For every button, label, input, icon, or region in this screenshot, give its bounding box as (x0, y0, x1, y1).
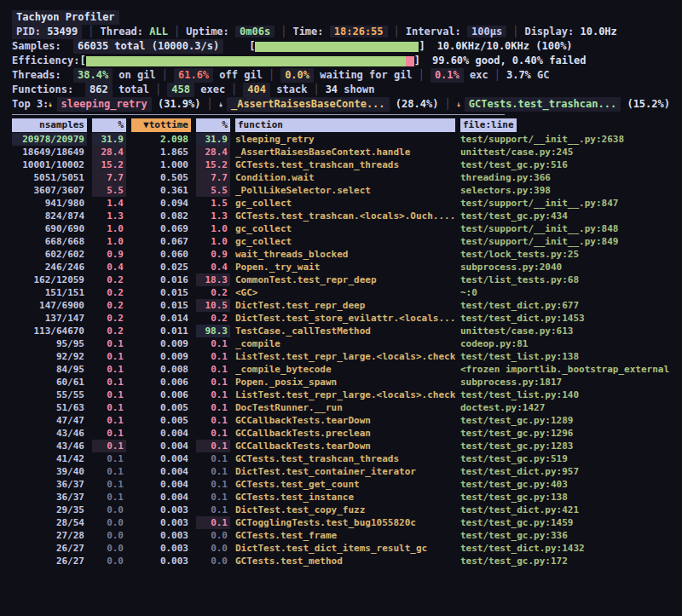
app-title: Tachyon Profiler (12, 10, 119, 25)
cumulative-pct-cell: 0.1 (196, 478, 230, 491)
function-cell: <GC> (235, 286, 455, 299)
direct-pct-cell: 0.2 (92, 286, 126, 299)
cumulative-pct-cell: 0.1 (196, 504, 230, 516)
threads-waiting-label: waiting for gil (320, 68, 412, 83)
column-header-function[interactable]: function (235, 118, 455, 132)
file-line-cell: test/test_gc.py:516 (460, 158, 670, 171)
table-row[interactable]: 246/2460.40.0250.4Popen._try_waitsubproc… (12, 261, 670, 273)
column-header-file[interactable]: file:line (460, 118, 670, 132)
table-row[interactable]: 824/8741.30.0821.3GCTests.test_trashcan.… (12, 210, 670, 222)
top3-item-1-name[interactable]: sleeping_retry (57, 97, 152, 112)
column-header-pct1[interactable]: % (92, 118, 126, 132)
table-row[interactable]: 20978/2097931.92.09831.9sleeping_retryte… (12, 133, 670, 146)
table-row[interactable]: 41/420.10.0040.1GCTests.test_trashcan_th… (12, 452, 670, 465)
thread-value: ALL (149, 26, 168, 37)
column-header-tottime-sorted[interactable]: ▼tottime (131, 118, 191, 132)
efficiency-bar-bad (406, 56, 414, 66)
uptime-field: Uptime: 0m06s (186, 25, 275, 39)
table-row[interactable]: 3607/36075.50.3615.5_PollLikeSelector.se… (12, 184, 670, 197)
samples-bar-open: [ (249, 39, 255, 54)
file-line-cell: test/support/__init__.py:849 (460, 235, 670, 248)
table-row[interactable]: 51/630.10.0050.1DocTestRunner.__rundocte… (12, 401, 670, 414)
tottime-cell: 0.008 (131, 363, 191, 376)
table-row[interactable]: 47/470.10.0050.1GCCallbackTests.tearDown… (12, 414, 670, 427)
table-row[interactable]: 147/69000.20.01510.5DictTest.test_repr_d… (12, 299, 670, 312)
tottime-cell: 0.006 (131, 389, 191, 401)
function-cell: _compile (235, 337, 455, 350)
nsamples-cell: 84/95 (12, 363, 87, 376)
direct-pct-cell: 0.2 (92, 299, 126, 312)
column-header-nsamples[interactable]: nsamples (12, 118, 87, 132)
direct-pct-cell: 1.0 (92, 235, 126, 248)
functions-stack-label: stack (276, 83, 307, 97)
function-cell: GCCallbackTests.preclean (235, 427, 455, 440)
table-row[interactable]: 95/950.10.0090.1_compilecodeop.py:81 (12, 337, 670, 350)
tottime-cell: 1.865 (131, 146, 191, 158)
samples-rate: 10.0KHz/10.0KHz (100%) (437, 39, 573, 54)
table-row[interactable]: 28/540.00.0030.1GCTogglingTests.test_bug… (12, 516, 670, 529)
nsamples-cell: 3607/3607 (12, 184, 87, 197)
pid-field: PID: 53499 (12, 25, 82, 39)
table-row[interactable]: 39/400.10.0040.1DictTest.test_container_… (12, 465, 670, 478)
table-row[interactable]: 137/1470.20.0140.2DictTest.test_store_ev… (12, 312, 670, 325)
cumulative-pct-cell: 1.5 (196, 197, 230, 210)
column-header-pct2[interactable]: % (196, 118, 230, 132)
table-row[interactable]: 113/646700.20.01198.3TestCase._callTestM… (12, 325, 670, 337)
nsamples-cell: 41/42 (12, 452, 87, 465)
nsamples-cell: 602/602 (12, 248, 87, 261)
table-row[interactable]: 26/270.00.0030.0GCTests.test_methodtest/… (12, 555, 670, 567)
function-cell: Popen._posix_spawn (235, 376, 455, 389)
function-cell: wait_threads_blocked (235, 248, 455, 261)
samples-bar-fill (255, 42, 419, 52)
file-line-cell: selectors.py:398 (460, 184, 670, 197)
top3-item-3-name[interactable]: GCTests.test_trashcan... (465, 97, 621, 112)
direct-pct-cell: 0.0 (92, 542, 126, 555)
tottime-cell: 0.009 (131, 350, 191, 363)
file-line-cell: test/test_gc.py:172 (460, 555, 670, 567)
table-row[interactable]: 690/6901.00.0691.0gc_collecttest/support… (12, 222, 670, 235)
direct-pct-cell: 0.1 (92, 389, 126, 401)
tottime-cell: 0.003 (131, 555, 191, 567)
display-label: Display: (524, 26, 574, 37)
table-row[interactable]: 43/460.10.0040.1GCCallbackTests.preclean… (12, 427, 670, 440)
cumulative-pct-cell: 7.7 (196, 171, 230, 184)
cumulative-pct-cell: 0.9 (196, 248, 230, 261)
table-row[interactable]: 60/610.10.0060.1Popen._posix_spawnsubpro… (12, 376, 670, 389)
tottime-cell: 0.004 (131, 452, 191, 465)
table-row[interactable]: 36/370.10.0040.1GCTests.test_get_countte… (12, 478, 670, 491)
table-row[interactable]: 10001/1000215.21.00015.2GCTests.test_tra… (12, 158, 670, 171)
direct-pct-cell: 0.1 (92, 465, 126, 478)
table-row[interactable]: 602/6020.90.0600.9wait_threads_blockedte… (12, 248, 670, 261)
nsamples-cell: 690/690 (12, 222, 87, 235)
nsamples-cell: 27/28 (12, 529, 87, 542)
file-line-cell: test/test_gc.py:519 (460, 452, 670, 465)
table-row[interactable]: 668/6681.00.0671.0gc_collecttest/support… (12, 235, 670, 248)
thread-field[interactable]: Thread: ALL (101, 25, 169, 39)
table-row[interactable]: 84/950.10.0080.1_compile_bytecode<frozen… (12, 363, 670, 376)
cumulative-pct-cell: 28.4 (196, 146, 230, 158)
table-row[interactable]: 29/350.00.0030.1DictTest.test_copy_fuzzt… (12, 504, 670, 516)
nsamples-cell: 668/668 (12, 235, 87, 248)
file-line-cell: codeop.py:81 (460, 337, 670, 350)
cumulative-pct-cell: 0.1 (196, 414, 230, 427)
table-row[interactable]: 55/550.10.0060.1ListTest.test_repr_large… (12, 389, 670, 401)
threads-row: Threads: 38.4% on gil │ 61.6% off gil │ … (12, 68, 670, 83)
cumulative-pct-cell: 1.0 (196, 235, 230, 248)
function-cell: _PollLikeSelector.select (235, 184, 455, 197)
threads-off-gil-value: 61.6% (174, 68, 213, 83)
table-row[interactable]: 27/280.00.0030.0GCTests.test_frametest/t… (12, 529, 670, 542)
table-row[interactable]: 26/270.00.0030.0DictTest.test_dict_items… (12, 542, 670, 555)
table-row[interactable]: 92/920.10.0090.1ListTest.test_repr_large… (12, 350, 670, 363)
table-row[interactable]: 18649/1864928.41.86528.4_AssertRaisesBas… (12, 146, 670, 158)
table-row[interactable]: 151/1510.20.0150.2<GC>~:0 (12, 286, 670, 299)
table-row[interactable]: 941/9801.40.0941.5gc_collecttest/support… (12, 197, 670, 210)
functions-label: Functions: (12, 83, 85, 97)
table-row[interactable]: 43/460.10.0040.1GCCallbackTests.tearDown… (12, 440, 670, 452)
table-row[interactable]: 162/120590.20.01618.3CommonTest.test_rep… (12, 273, 670, 286)
table-row[interactable]: 36/370.10.0040.1GCTests.test_instancetes… (12, 491, 670, 504)
threads-on-gil-label: on gil (118, 68, 155, 83)
table-row[interactable]: 5051/50517.70.5057.7Condition.waitthread… (12, 171, 670, 184)
cumulative-pct-cell: 1.0 (196, 222, 230, 235)
file-line-cell: test/test_list.py:140 (460, 389, 670, 401)
top3-item-2-name[interactable]: _AssertRaisesBaseConte... (227, 97, 390, 112)
